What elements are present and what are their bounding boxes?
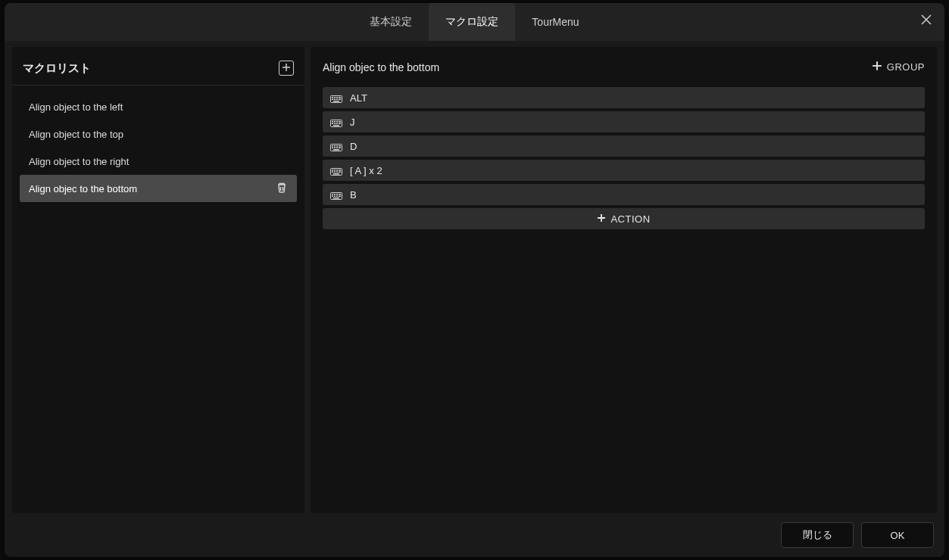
svg-rect-47 [336,196,338,198]
detail-title: Align objec to the bottom [323,61,439,73]
macro-item-label: Align objec to the bottom [29,183,137,194]
plus-icon [597,213,606,225]
macro-item-label: Align object to the top [29,129,123,140]
svg-rect-36 [334,172,336,173]
actions-container: ALTJD[ A ] x 2B ACTION [311,84,937,241]
action-row[interactable]: ALT [323,87,925,108]
modal-body: マクロリスト Align object to the leftAlign obj… [5,41,944,513]
svg-rect-13 [336,121,338,123]
svg-rect-41 [332,194,333,195]
action-row[interactable]: J [323,111,925,132]
svg-rect-31 [332,170,333,171]
svg-rect-44 [339,194,341,195]
svg-rect-34 [339,170,341,171]
svg-rect-11 [332,121,333,123]
keyboard-icon [330,142,342,150]
action-label: ALT [350,92,367,104]
add-action-button[interactable]: ACTION [323,208,925,229]
add-group-button[interactable]: GROUP [872,61,925,73]
macro-list-panel: マクロリスト Align object to the leftAlign obj… [12,47,304,513]
svg-rect-24 [339,145,341,147]
action-label: D [350,141,357,152]
svg-rect-32 [334,170,336,171]
svg-rect-35 [332,172,333,173]
close-footer-button[interactable]: 閉じる [781,522,854,548]
svg-rect-48 [339,196,341,198]
svg-rect-4 [339,97,341,98]
svg-rect-16 [334,123,336,125]
delete-macro-button[interactable] [276,182,288,196]
svg-rect-43 [336,194,338,195]
ok-button[interactable]: OK [861,522,934,548]
svg-rect-38 [339,172,341,173]
macro-list-header: マクロリスト [12,47,304,86]
action-row[interactable]: B [323,184,925,205]
modal-footer: 閉じる OK [5,513,944,557]
macro-item[interactable]: Align object to the top [20,120,297,148]
svg-rect-12 [334,121,336,123]
svg-rect-26 [334,148,336,149]
tab-basic[interactable]: 基本設定 [353,3,429,41]
plus-icon [872,61,882,73]
svg-rect-2 [334,97,336,98]
svg-rect-42 [334,194,336,195]
svg-rect-37 [336,172,338,173]
settings-modal: 基本設定 マクロ設定 TourMenu マクロリスト Align object … [5,3,944,557]
svg-rect-19 [333,125,339,126]
action-label: [ A ] x 2 [350,165,382,176]
svg-rect-9 [333,101,339,102]
keyboard-icon [330,94,342,101]
detail-header: Align objec to the bottom GROUP [311,47,937,84]
modal-header: 基本設定 マクロ設定 TourMenu [5,3,944,41]
svg-rect-45 [332,196,333,198]
svg-rect-23 [336,145,338,147]
action-label: J [350,117,355,128]
trash-icon [276,182,288,196]
svg-rect-17 [336,123,338,125]
plus-icon [282,61,291,75]
add-action-label: ACTION [610,213,650,225]
svg-rect-18 [339,123,341,125]
svg-rect-22 [334,145,336,147]
svg-rect-39 [333,173,339,175]
svg-rect-1 [332,97,333,98]
svg-rect-14 [339,121,341,123]
svg-rect-15 [332,123,333,125]
tab-tourmenu[interactable]: TourMenu [515,3,595,41]
close-icon [920,14,932,29]
macro-item[interactable]: Align objec to the bottom [20,175,297,202]
svg-rect-33 [336,170,338,171]
action-row[interactable]: [ A ] x 2 [323,160,925,181]
svg-rect-29 [333,149,339,151]
add-macro-button[interactable] [279,61,294,76]
action-row[interactable]: D [323,135,925,157]
macro-item[interactable]: Align object to the right [20,148,297,175]
tab-bar: 基本設定 マクロ設定 TourMenu [353,3,595,41]
svg-rect-21 [332,145,333,147]
svg-rect-8 [339,99,341,101]
tab-macro[interactable]: マクロ設定 [429,3,515,41]
svg-rect-25 [332,148,333,149]
macro-detail-panel: Align objec to the bottom GROUP ALTJD[ A… [311,47,937,513]
keyboard-icon [330,118,342,126]
svg-rect-28 [339,148,341,149]
macro-list: Align object to the leftAlign object to … [12,86,304,210]
svg-rect-27 [336,148,338,149]
svg-rect-49 [333,198,339,199]
macro-item-label: Align object to the right [29,156,129,167]
svg-rect-6 [334,99,336,101]
keyboard-icon [330,191,342,198]
keyboard-icon [330,166,342,174]
group-label: GROUP [887,61,925,73]
svg-rect-3 [336,97,338,98]
close-button[interactable] [916,11,937,32]
svg-rect-7 [336,99,338,101]
svg-rect-5 [332,99,333,101]
action-label: B [350,189,357,201]
macro-list-title: マクロリスト [23,61,91,76]
macro-item[interactable]: Align object to the left [20,93,297,120]
svg-rect-46 [334,196,336,198]
macro-item-label: Align object to the left [29,101,123,113]
